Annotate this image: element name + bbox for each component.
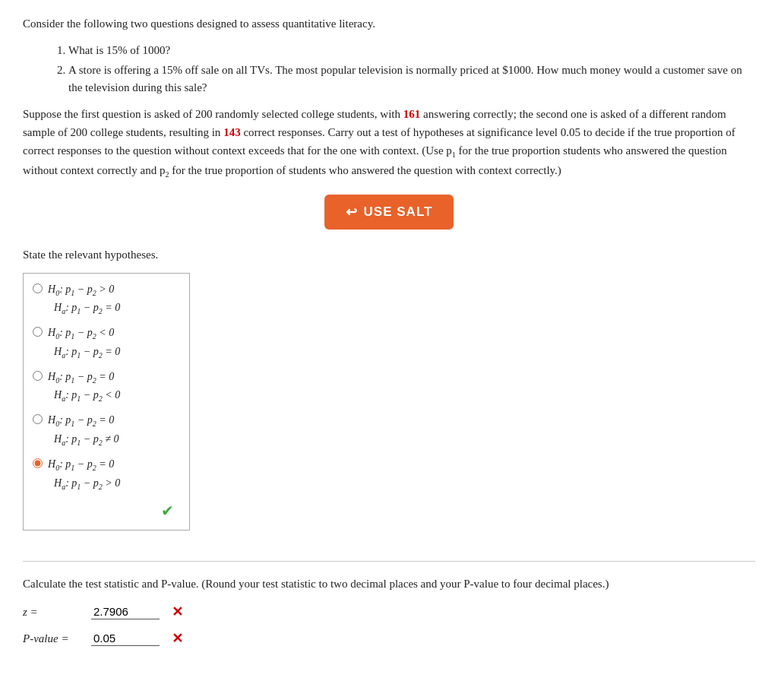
hypothesis-option-3: H0: p1 − p2 = 0 Ha: p1 − p2 < 0	[33, 369, 174, 408]
intro-paragraph1: Consider the following two questions des…	[23, 15, 755, 33]
pvalue-input[interactable]	[91, 631, 160, 646]
opt2-h0: H0: p1 − p2 < 0	[48, 325, 114, 342]
paragraph2-part1: Suppose the first question is asked of 2…	[23, 108, 403, 120]
radio-opt3[interactable]	[33, 371, 43, 381]
opt1-ha: Ha: p1 − p2 = 0	[54, 299, 174, 317]
pvalue-label: P-value =	[23, 630, 84, 648]
salt-button-label: USE SALT	[364, 204, 433, 220]
correct-checkmark: ✔	[161, 499, 174, 522]
opt4-ha: Ha: p1 − p2 ≠ 0	[54, 431, 174, 448]
num2: 143	[223, 126, 241, 138]
opt2-ha: Ha: p1 − p2 = 0	[54, 344, 174, 361]
radio-row-4[interactable]: H0: p1 − p2 = 0	[33, 412, 174, 429]
salt-button-container: ↩ USE SALT	[23, 195, 755, 230]
opt1-h0: H0: p1 − p2 > 0	[48, 281, 114, 299]
radio-row-1[interactable]: H0: p1 − p2 > 0	[33, 281, 174, 299]
z-row: z = ✕	[23, 602, 755, 622]
hypothesis-option-4: H0: p1 − p2 = 0 Ha: p1 − p2 ≠ 0	[33, 412, 174, 451]
hypothesis-option-5: H0: p1 − p2 = 0 Ha: p1 − p2 > 0	[33, 456, 174, 496]
hypotheses-section-label: State the relevant hypotheses.	[23, 246, 755, 264]
z-input[interactable]	[91, 604, 160, 619]
list-item-1: What is 15% of 1000?	[68, 42, 755, 59]
pvalue-row: P-value = ✕	[23, 629, 755, 649]
opt5-h0: H0: p1 − p2 = 0	[48, 456, 114, 474]
hypothesis-option-1: H0: p1 − p2 > 0 Ha: p1 − p2 = 0	[33, 281, 174, 321]
radio-opt5[interactable]	[33, 458, 43, 468]
use-salt-button[interactable]: ↩ USE SALT	[324, 195, 454, 230]
list-item-2: A store is offering a 15% off sale on al…	[68, 62, 755, 96]
z-label: z =	[23, 603, 84, 621]
radio-row-2[interactable]: H0: p1 − p2 < 0	[33, 325, 174, 342]
hypothesis-option-2: H0: p1 − p2 < 0 Ha: p1 − p2 = 0	[33, 325, 174, 364]
radio-row-5[interactable]: H0: p1 − p2 = 0	[33, 456, 174, 474]
paragraph2-part5: for the true proportion of students who …	[169, 164, 561, 176]
checkmark-row: ✔	[33, 499, 174, 522]
numbered-list: What is 15% of 1000? A store is offering…	[68, 42, 755, 97]
intro-paragraph2: Suppose the first question is asked of 2…	[23, 105, 755, 181]
hypotheses-box: H0: p1 − p2 > 0 Ha: p1 − p2 = 0 H0: p1 −…	[23, 273, 190, 531]
calc-label: Calculate the test statistic and P-value…	[23, 575, 755, 593]
opt4-h0: H0: p1 − p2 = 0	[48, 412, 114, 429]
opt3-h0: H0: p1 − p2 = 0	[48, 369, 114, 386]
radio-opt1[interactable]	[33, 283, 43, 293]
salt-icon: ↩	[346, 204, 358, 220]
section-divider	[23, 561, 755, 562]
calc-section: Calculate the test statistic and P-value…	[23, 575, 755, 649]
radio-opt2[interactable]	[33, 327, 43, 337]
z-x-mark: ✕	[172, 602, 183, 622]
radio-opt4[interactable]	[33, 414, 43, 424]
radio-row-3[interactable]: H0: p1 − p2 = 0	[33, 369, 174, 386]
opt5-ha: Ha: p1 − p2 > 0	[54, 475, 174, 493]
num1: 161	[403, 108, 421, 120]
opt3-ha: Ha: p1 − p2 < 0	[54, 387, 174, 404]
pvalue-x-mark: ✕	[172, 629, 183, 649]
